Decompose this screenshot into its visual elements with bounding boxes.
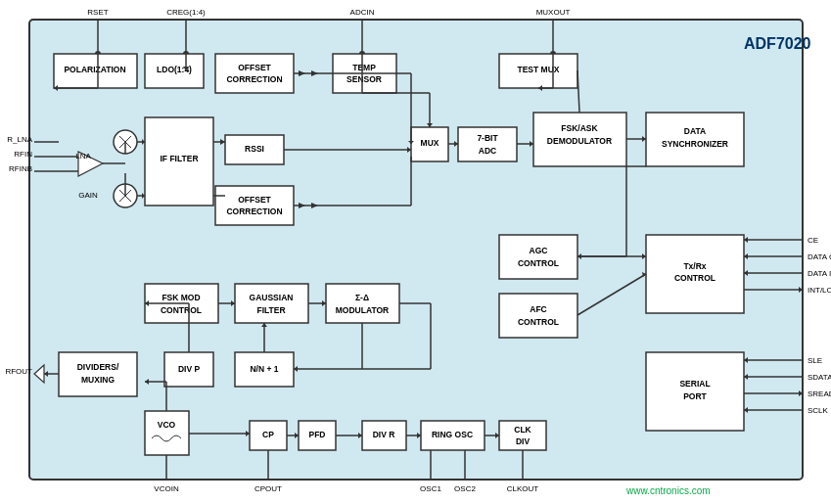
data-sync-label2: SYNCHRONIZER <box>662 139 728 149</box>
txrx-control-label2: CONTROL <box>674 273 716 283</box>
pin-data-clk: DATA CLK <box>808 252 831 261</box>
cp-label: CP <box>262 430 274 439</box>
clk-div-label2: DIV <box>516 436 531 446</box>
sigma-delta-block <box>326 284 399 323</box>
pin-muxout: MUXOUT <box>536 8 571 17</box>
adc-block <box>458 127 517 161</box>
diagram-container: ADF7020 RSET CREG(1:4) ADCIN MUXOUT POLA… <box>0 0 831 504</box>
pin-vcoin: VCOIN <box>154 484 179 493</box>
pin-rfinb: RFINB <box>9 164 32 173</box>
gaussian-label2: FILTER <box>256 305 285 315</box>
pfd-label: PFD <box>309 430 326 439</box>
pin-cpout: CPOUT <box>254 484 282 493</box>
offset-correction-bot-label2: CORRECTION <box>226 206 282 216</box>
pin-clkout: CLKOUT <box>507 484 539 493</box>
temp-sensor-label: TEMP <box>352 63 376 72</box>
ring-osc-label: RING OSC <box>432 430 473 439</box>
pin-data-io: DATA I/O <box>808 269 831 278</box>
agc-control-block <box>499 235 577 279</box>
afc-control-label: AFC <box>530 304 546 314</box>
dividers-label: DIVIDERS/ <box>77 362 119 372</box>
polarization-label: POLARIZATION <box>64 65 125 74</box>
pin-sle: SLE <box>808 356 822 365</box>
rssi-label: RSSI <box>245 144 264 154</box>
pin-creg: CREG(1:4) <box>166 8 206 17</box>
gaussian-label: GAUSSIAN <box>250 293 294 302</box>
fsk-mod-label: FSK MOD <box>162 293 200 302</box>
serial-port-label2: PORT <box>683 391 707 401</box>
adc-label: 7-BIT <box>477 133 498 143</box>
dividers-label2: MUXING <box>81 375 115 385</box>
pin-rfout: RFOUT <box>5 367 32 376</box>
div-r-label: DIV R <box>373 430 395 439</box>
div-p-label: DIV P <box>178 364 201 374</box>
pin-osc1: OSC1 <box>420 484 441 493</box>
pin-rfin: RFIN <box>14 150 32 159</box>
clk-div-label: CLK <box>514 425 531 435</box>
adc-label2: ADC <box>479 146 496 156</box>
vco-label: VCO <box>158 420 176 430</box>
pin-sdata: SDATA <box>808 373 831 382</box>
afc-control-label2: CONTROL <box>518 317 559 327</box>
fsk-demod-label2: DEMODULATOR <box>547 136 612 146</box>
if-filter-label: IF FILTER <box>160 154 198 163</box>
pin-sread: SREAD <box>808 389 831 398</box>
pin-rset: RSET <box>87 8 108 17</box>
n-div-label: N/N + 1 <box>250 364 278 374</box>
serial-port-label: SERIAL <box>679 379 710 389</box>
txrx-control-label: Tx/Rx <box>683 261 706 271</box>
watermark: www.cntronics.com <box>625 485 711 496</box>
gaussian-block <box>235 284 308 323</box>
offset-correction-top-label2: CORRECTION <box>226 74 282 84</box>
data-sync-label: DATA <box>684 126 706 136</box>
pin-int-lock: INT/LOCK <box>808 286 831 295</box>
fsk-demod-label: FSK/ASK <box>561 123 598 133</box>
pin-ce: CE <box>808 236 818 245</box>
temp-sensor-label2: SENSOR <box>346 74 382 84</box>
fsk-mod-label2: CONTROL <box>161 305 202 315</box>
pin-sclk: SCLK <box>808 406 829 415</box>
agc-control-label: AGC <box>530 246 548 255</box>
pin-adcin: ADCIN <box>350 8 375 17</box>
chip-title: ADF7020 <box>744 35 811 52</box>
sigma-delta-label: Σ-Δ <box>355 293 369 302</box>
agc-control-label2: CONTROL <box>518 258 559 268</box>
offset-correction-bot-block <box>215 186 294 225</box>
vco-block <box>145 411 189 455</box>
mux-label: MUX <box>421 138 439 148</box>
offset-correction-top-label: OFFSET <box>238 63 271 72</box>
offset-correction-top-block <box>215 54 294 93</box>
offset-correction-bot-label: OFFSET <box>238 195 271 205</box>
gain-label: GAIN <box>78 191 98 200</box>
sigma-delta-label2: MODULATOR <box>336 305 389 315</box>
afc-control-block <box>499 294 577 338</box>
pin-osc2: OSC2 <box>454 484 476 493</box>
pin-rlna: R_LNA <box>7 135 32 144</box>
